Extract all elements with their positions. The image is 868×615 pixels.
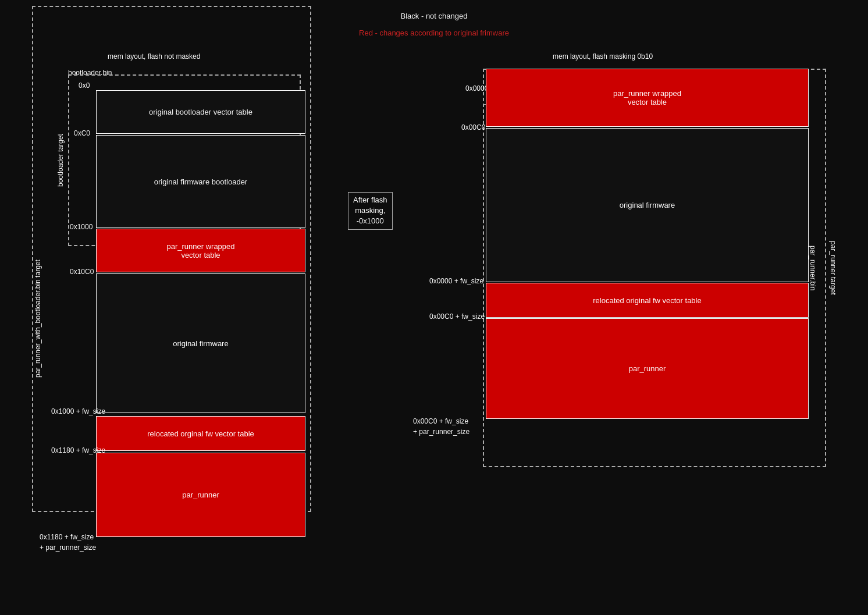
block-bootloader-vector-table: original bootloader vector table (96, 90, 305, 134)
block-relocated-fw-right: relocated original fw vector table (486, 283, 809, 318)
addr-0xC0-left: 0xC0 (74, 129, 90, 137)
right-title: mem layout, flash masking 0b10 (553, 52, 653, 61)
addr-0x10C0: 0x10C0 (70, 268, 94, 276)
legend-red: Red - changes according to original frim… (359, 27, 509, 40)
vlabel-inner-right: par_runner.bin (809, 69, 817, 467)
addr-00C0-fw-par-size: 0x00C0 + fw_size+ par_runner_size (413, 416, 469, 437)
addr-0x0000-right: 0x0000 (465, 84, 488, 93)
vlabel-inner-left: bootloader target (56, 74, 65, 246)
block-par-runner-left: par_runner (96, 453, 305, 537)
block-original-fw-left: original firmware (96, 273, 305, 413)
block-par-runner-right: par_runner (486, 318, 809, 419)
addr-1000-fw-size: 0x1000 + fw_size (51, 407, 105, 415)
after-flash-label: After flashmasking,-0x1000 (348, 192, 393, 230)
block-relocated-fw-left: relocated orginal fw vector table (96, 416, 305, 451)
vlabel-outer-right: par_runner target (829, 69, 837, 467)
addr-0000-fw-size: 0x0000 + fw_size (429, 277, 483, 285)
block-fw-bootloader: original firmware bootloader (96, 135, 305, 228)
addr-0x1000: 0x1000 (70, 223, 93, 231)
legend: Black - not changed Red - changes accord… (359, 10, 509, 40)
legend-black: Black - not changed (359, 10, 509, 23)
addr-1180-fw-par-size: 0x1180 + fw_size+ par_runner_size (40, 532, 96, 553)
block-par-runner-vector-right: par_runner wrappedvector table (486, 69, 809, 127)
addr-0x0: 0x0 (79, 81, 90, 90)
block-original-fw-right: original firmware (486, 128, 809, 282)
addr-00C0-fw-size: 0x00C0 + fw_size (429, 312, 485, 321)
block-par-runner-vector-left: par_runner wrappedvector table (96, 229, 305, 272)
addr-0x00C0-right: 0x00C0 (461, 123, 485, 131)
vlabel-outer-left: par_runner_with_bootloader.bin target (34, 69, 42, 569)
